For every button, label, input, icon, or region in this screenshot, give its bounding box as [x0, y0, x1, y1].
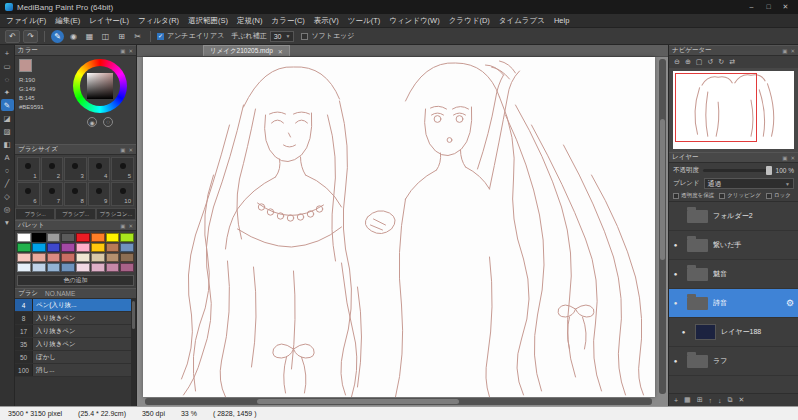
- visibility-icon[interactable]: ●: [677, 329, 690, 335]
- palette-swatch[interactable]: [17, 253, 31, 262]
- menu-layer[interactable]: レイヤー(L): [89, 16, 129, 26]
- panel-close-icon[interactable]: ✕: [790, 155, 795, 161]
- visibility-icon[interactable]: ●: [669, 271, 682, 277]
- menu-edit[interactable]: 編集(E): [55, 16, 80, 26]
- visibility-icon[interactable]: ●: [669, 300, 682, 306]
- palette-swatch[interactable]: [32, 263, 46, 272]
- canvas-vertical-scrollbar[interactable]: [659, 59, 666, 394]
- menu-ruler[interactable]: 定規(N): [237, 16, 262, 26]
- panel-menu-icon[interactable]: ▣: [120, 48, 125, 54]
- visibility-icon[interactable]: ●: [669, 242, 682, 248]
- brush-size-cell[interactable]: 8: [64, 182, 87, 206]
- tab-brush-control[interactable]: ブラシコン...: [96, 208, 136, 220]
- duplicate-layer-icon[interactable]: ⊞: [697, 396, 703, 404]
- pen-option-icon[interactable]: ✎: [51, 30, 64, 43]
- palette-swatch[interactable]: [120, 253, 134, 262]
- snap-option-icon[interactable]: ⊞: [115, 30, 128, 43]
- clipping-checkbox[interactable]: [719, 193, 725, 199]
- palette-swatch[interactable]: [17, 243, 31, 252]
- bucket-tool-icon[interactable]: ▨: [1, 125, 14, 137]
- panel-menu-icon[interactable]: ▣: [782, 155, 787, 161]
- palette-swatch[interactable]: [106, 253, 120, 262]
- palette-swatch[interactable]: [32, 233, 46, 242]
- canvas[interactable]: [143, 57, 655, 397]
- panel-menu-icon[interactable]: ▣: [782, 48, 787, 54]
- menu-window[interactable]: ウィンドウ(W): [389, 16, 439, 26]
- brush-size-cell[interactable]: 2: [41, 157, 64, 181]
- brush-list-item[interactable]: 8 入り抜きペン: [15, 312, 136, 325]
- brush-size-cell[interactable]: 7: [41, 182, 64, 206]
- palette-swatch[interactable]: [120, 233, 134, 242]
- layer-row[interactable]: ● レイヤー188: [669, 318, 798, 347]
- move-up-icon[interactable]: ↑: [709, 397, 713, 404]
- palette-swatch[interactable]: [106, 233, 120, 242]
- brush-size-cell[interactable]: 9: [88, 182, 111, 206]
- mirror-option-icon[interactable]: ◫: [99, 30, 112, 43]
- brush-list-item[interactable]: 4 ペン(入り抜...: [15, 299, 136, 312]
- tab-brush-preview[interactable]: ブラシプ...: [55, 208, 95, 220]
- palette-swatch[interactable]: [32, 253, 46, 262]
- layer-row[interactable]: ● 魅音: [669, 260, 798, 289]
- palette-swatch[interactable]: [76, 233, 90, 242]
- palette-swatch[interactable]: [76, 263, 90, 272]
- gradient-tool-icon[interactable]: ◧: [1, 138, 14, 150]
- flip-icon[interactable]: ⇄: [729, 58, 735, 66]
- zoom-tool-icon[interactable]: ◎: [1, 203, 14, 215]
- tab-brush[interactable]: ブラシ...: [15, 208, 55, 220]
- palette-swatch[interactable]: [61, 243, 75, 252]
- antialias-checkbox[interactable]: [157, 33, 164, 40]
- gear-icon[interactable]: ⚙: [786, 298, 794, 308]
- layer-row-selected[interactable]: ● 詩音 ⚙: [669, 289, 798, 318]
- navigator-thumbnail[interactable]: [673, 71, 794, 149]
- palette-swatch[interactable]: [91, 233, 105, 242]
- add-color-button[interactable]: 色の追加: [17, 275, 134, 286]
- visibility-icon[interactable]: ●: [669, 358, 682, 364]
- color-sv-box[interactable]: [87, 73, 113, 99]
- palette-swatch[interactable]: [17, 263, 31, 272]
- color-wheel[interactable]: [73, 59, 127, 113]
- undo-icon[interactable]: ↶: [5, 30, 20, 43]
- palette-swatch[interactable]: [61, 263, 75, 272]
- palette-swatch[interactable]: [106, 263, 120, 272]
- brush-size-cell[interactable]: 6: [17, 182, 40, 206]
- rotate-left-icon[interactable]: ↺: [707, 58, 713, 66]
- menu-view[interactable]: 表示(V): [314, 16, 339, 26]
- divide-tool-icon[interactable]: ╱: [1, 177, 14, 189]
- brush-list-item[interactable]: 17 入り抜きペン: [15, 325, 136, 338]
- panel-menu-icon[interactable]: ▣: [120, 223, 125, 229]
- brush-size-cell[interactable]: 3: [64, 157, 87, 181]
- softedge-checkbox[interactable]: [301, 33, 308, 40]
- brush-list-item[interactable]: 100 消し...: [15, 364, 136, 377]
- tab-close-icon[interactable]: ✕: [278, 48, 283, 55]
- navigator-view-rect[interactable]: [675, 73, 757, 142]
- add-folder-icon[interactable]: ▦: [684, 396, 691, 404]
- menu-cloud[interactable]: クラウド(D): [449, 16, 490, 26]
- lasso-tool-icon[interactable]: ◌: [1, 73, 14, 85]
- menu-select[interactable]: 選択範囲(S): [188, 16, 228, 26]
- zoom-in-icon[interactable]: ⊕: [685, 58, 691, 66]
- redo-icon[interactable]: ↷: [23, 30, 38, 43]
- palette-swatch[interactable]: [106, 243, 120, 252]
- menu-timelapse[interactable]: タイムラプス: [499, 16, 545, 26]
- add-layer-icon[interactable]: +: [674, 397, 678, 404]
- eyedropper-tool-icon[interactable]: ▾: [1, 216, 14, 228]
- brush-list-item[interactable]: 35 入り抜きペン: [15, 338, 136, 351]
- wand-tool-icon[interactable]: ✦: [1, 86, 14, 98]
- merge-layer-icon[interactable]: ⧉: [728, 396, 733, 404]
- palette-swatch[interactable]: [91, 243, 105, 252]
- palette-swatch[interactable]: [32, 243, 46, 252]
- current-color-swatch[interactable]: [19, 59, 32, 72]
- palette-swatch[interactable]: [47, 263, 61, 272]
- scissors-option-icon[interactable]: ✂: [131, 30, 144, 43]
- close-icon[interactable]: ✕: [778, 3, 793, 11]
- palette-swatch[interactable]: [120, 243, 134, 252]
- palette-swatch[interactable]: [47, 253, 61, 262]
- text-tool-icon[interactable]: A: [1, 151, 14, 163]
- delete-layer-icon[interactable]: ✕: [739, 396, 745, 404]
- protect-alpha-checkbox[interactable]: [673, 193, 679, 199]
- select-tool-icon[interactable]: ▭: [1, 60, 14, 72]
- brush-size-cell[interactable]: 5: [111, 157, 134, 181]
- eyedropper-icon[interactable]: ◉: [87, 117, 97, 127]
- lock-checkbox[interactable]: [766, 193, 772, 199]
- canvas-horizontal-scrollbar[interactable]: [145, 398, 652, 405]
